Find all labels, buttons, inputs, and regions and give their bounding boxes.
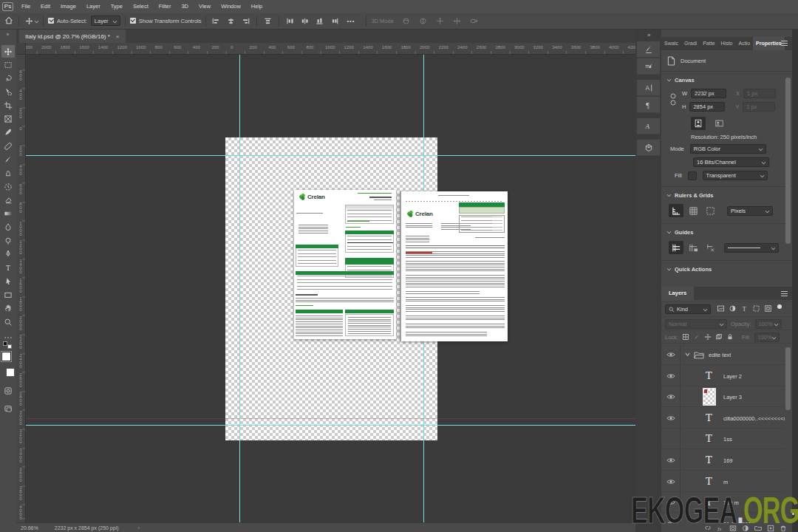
photoshop-logo[interactable]: Ps <box>2 2 13 11</box>
guide-style-dropdown[interactable] <box>724 243 779 253</box>
eyedropper-tool-icon[interactable] <box>1 126 15 139</box>
menu-edit[interactable]: Edit <box>35 0 55 13</box>
lasso-tool-icon[interactable] <box>1 72 15 85</box>
object-selection-tool-icon[interactable] <box>1 86 15 98</box>
lock-artboard-icon[interactable] <box>715 333 723 342</box>
dodge-tool-icon[interactable] <box>1 234 15 247</box>
horizontal-ruler[interactable]: 2200200018001600140012001000800600400200… <box>16 43 635 55</box>
landscape-orientation-button[interactable] <box>712 117 726 130</box>
frame-tool-icon[interactable] <box>1 113 15 126</box>
bit-depth-dropdown[interactable]: 16 Bits/Channel <box>693 157 769 167</box>
filter-smart-object-icon[interactable] <box>764 304 772 314</box>
tab-gradi[interactable]: Gradi <box>681 37 700 50</box>
vertical-ruler[interactable]: 6004002000200400600800100012001400160018… <box>16 55 26 522</box>
visibility-eye-icon[interactable] <box>666 394 675 401</box>
panel-menu-icon[interactable] <box>781 41 788 46</box>
close-tab-icon[interactable]: × <box>116 33 120 40</box>
quick-mask-icon[interactable] <box>1 384 15 397</box>
menu-filter[interactable]: Filter <box>154 0 177 13</box>
eraser-tool-icon[interactable] <box>1 194 15 206</box>
guide-horizontal-2[interactable] <box>26 425 635 426</box>
gradient-tool-icon[interactable] <box>1 208 15 220</box>
filter-adjustment-icon[interactable] <box>729 304 737 314</box>
toggle-guides-button[interactable] <box>669 241 683 254</box>
color-mode-dropdown[interactable]: RGB Color <box>690 144 766 154</box>
quick-actions-section-header[interactable]: Quick Actions <box>667 266 712 273</box>
guides-section-header[interactable]: Guides <box>667 229 693 236</box>
canvas-viewport[interactable]: Crelan <box>26 55 635 522</box>
guide-vertical-1[interactable] <box>239 55 240 522</box>
layer-filter-dropdown[interactable]: Kind <box>665 304 711 314</box>
link-dimensions-icon[interactable] <box>670 92 676 108</box>
move-tool-icon[interactable] <box>24 16 35 26</box>
3d-slide-icon[interactable] <box>451 16 463 26</box>
menu-view[interactable]: View <box>194 0 216 13</box>
tab-patte[interactable]: Patte <box>700 37 717 50</box>
guide-horizontal-1[interactable] <box>26 155 635 156</box>
group-expand-icon[interactable] <box>685 352 690 358</box>
lock-all-icon[interactable] <box>726 333 734 342</box>
distribute-bottom-icon[interactable] <box>314 16 325 26</box>
zoom-tool-icon[interactable] <box>1 316 15 328</box>
text-layer-thumbnail[interactable]: T <box>706 412 712 423</box>
auto-select-dropdown[interactable]: Layer <box>91 16 120 26</box>
zoom-level[interactable]: 20.66% <box>21 525 38 531</box>
home-icon[interactable] <box>3 16 14 26</box>
height-field[interactable]: 2854 px <box>689 102 725 112</box>
visibility-eye-icon[interactable] <box>666 415 675 423</box>
menu-type[interactable]: Type <box>106 0 128 13</box>
healing-tool-icon[interactable] <box>1 140 15 152</box>
shape-tool-icon[interactable] <box>1 288 15 301</box>
properties-scrollbar[interactable] <box>785 78 791 244</box>
canvas-section-header[interactable]: Canvas <box>667 77 695 83</box>
layer-row-4[interactable]: T 1ss <box>661 429 785 449</box>
visibility-eye-icon[interactable] <box>666 457 675 465</box>
tab-properties[interactable]: Properties <box>753 37 785 50</box>
history-brush-tool-icon[interactable] <box>1 180 15 193</box>
menu-help[interactable]: Help <box>246 0 267 13</box>
tab-swatc[interactable]: Swatc <box>661 37 681 50</box>
rulers-grids-section-header[interactable]: Rulers & Grids <box>667 192 714 199</box>
3d-drag-icon[interactable] <box>434 16 446 26</box>
portrait-orientation-button[interactable] <box>691 117 706 130</box>
character-panel-icon[interactable]: A <box>637 80 660 96</box>
layer-row-group[interactable]: edite text <box>661 344 785 365</box>
status-chevron-icon[interactable]: › <box>138 525 140 531</box>
type-tool-icon[interactable]: T <box>1 262 15 274</box>
layer-row-2[interactable]: Layer 3 <box>661 386 785 407</box>
menu-layer[interactable]: Layer <box>81 0 106 13</box>
filter-shape-icon[interactable] <box>752 304 760 314</box>
visibility-eye-icon[interactable] <box>666 352 675 359</box>
visibility-eye-icon[interactable] <box>666 373 675 381</box>
text-layer-thumbnail[interactable]: T <box>706 370 712 381</box>
tab-actio[interactable]: Actio <box>736 37 754 50</box>
distribute-left-icon[interactable] <box>284 16 296 26</box>
show-transform-checkbox[interactable] <box>130 18 136 24</box>
more-options-icon[interactable]: ••• <box>347 18 355 24</box>
menu-select[interactable]: Select <box>128 0 154 13</box>
3d-roll-icon[interactable] <box>417 16 429 26</box>
filter-type-icon[interactable]: T <box>740 304 748 314</box>
ruler-origin[interactable] <box>16 43 26 55</box>
distribute-center-icon[interactable] <box>299 16 310 26</box>
filter-toggle-icon[interactable] <box>777 304 782 309</box>
clone-stamp-tool-icon[interactable] <box>1 167 15 180</box>
layer-row-1[interactable]: T Layer 2 <box>661 366 785 386</box>
move-tool-icon[interactable] <box>1 45 15 58</box>
fill-dropdown[interactable]: Transparent <box>703 171 768 180</box>
chevron-down-icon[interactable] <box>35 19 38 23</box>
marquee-tool-icon[interactable] <box>1 58 15 71</box>
toggle-rulers-button[interactable] <box>669 204 683 217</box>
lock-transparency-icon[interactable] <box>682 333 689 342</box>
brush-settings-icon[interactable] <box>637 41 660 58</box>
clear-guides-button[interactable] <box>703 241 717 254</box>
align-top-icon[interactable] <box>262 16 273 26</box>
3d-panel-icon[interactable] <box>637 140 660 156</box>
toggle-grid-button[interactable] <box>686 204 700 217</box>
default-colors-icon[interactable] <box>3 341 12 349</box>
layers-tab[interactable]: Layers <box>661 287 694 300</box>
layer-row-3[interactable]: T cilta0000000..<<<<<<<<0 d <box>661 408 785 429</box>
width-field[interactable]: 2232 px <box>691 89 726 98</box>
layer-row-5[interactable]: T 169 <box>661 450 785 471</box>
lock-pixels-icon[interactable] <box>693 333 700 342</box>
